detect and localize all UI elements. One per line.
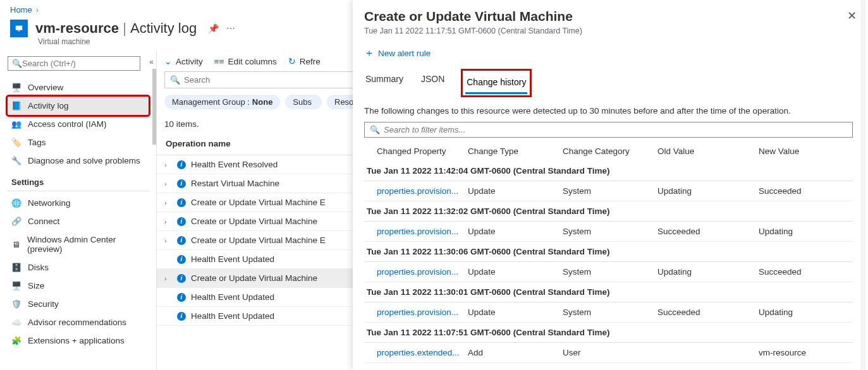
filter-pill[interactable]: Management Group : None [164,95,280,109]
people-icon: 👥 [11,119,21,129]
sidebar-item-extensions-applications[interactable]: 🧩Extensions + applications [8,331,149,350]
refresh-icon: ↻ [288,56,296,66]
panel-scrollbar[interactable] [860,0,865,370]
close-icon[interactable]: ✕ [847,9,857,23]
change-row[interactable]: properties.provision...UpdateSystemUpdat… [364,181,853,201]
sidebar-item-size[interactable]: 🖥️Size [8,277,149,295]
sidebar-item-label: Tags [28,138,46,147]
sidebar-item-diagnose-and-solve-problems[interactable]: 🔧Diagnose and solve problems [8,152,149,170]
sidebar-item-access-control-iam-[interactable]: 👥Access control (IAM) [8,115,149,133]
sidebar: 🔍 « 🖥️Overview📘Activity log👥Access contr… [0,51,157,370]
sidebar-item-overview[interactable]: 🖥️Overview [8,78,149,97]
sidebar-item-label: Activity log [28,101,69,110]
toolbar-edit-columns[interactable]: ≡≡ Edit columns [214,57,277,66]
sidebar-search-input[interactable] [22,59,136,68]
operation-label: Health Event Updated [191,254,274,264]
panel-search[interactable]: 🔍 [364,122,853,138]
vm-icon [10,20,28,37]
changed-property-link[interactable]: properties.extended... [377,348,460,357]
sidebar-item-label: Connect [28,217,59,226]
change-group-header: Tue Jan 11 2022 11:30:01 GMT-0600 (Centr… [364,282,853,302]
wac-icon: 🖥 [11,240,21,249]
sidebar-item-label: Diagnose and solve problems [28,156,140,165]
ext-icon: 🧩 [11,336,21,345]
more-icon[interactable]: ⋯ [226,23,235,33]
sidebar-item-tags[interactable]: 🏷️Tags [8,133,149,152]
sidebar-item-security[interactable]: 🛡️Security [8,295,149,313]
sidebar-item-label: Access control (IAM) [28,119,107,129]
scrollbar-thumb[interactable] [152,69,156,145]
change-row[interactable]: properties.provision...UpdateSystemSucce… [364,302,853,323]
change-table: Changed Property Change Type Change Cate… [364,141,853,363]
change-row[interactable]: properties.extended...AddUservm-resource [364,343,853,363]
info-icon: i [177,217,186,226]
connect-icon: 🔗 [11,217,21,226]
net-icon: 🌐 [11,198,21,208]
search-icon: 🔍 [170,75,180,85]
monitor-icon: 🖥️ [11,83,21,92]
change-row[interactable]: properties.provision...UpdateSystemSucce… [364,222,853,242]
change-category: System [560,307,655,317]
toolbar-refresh[interactable]: ↻ Refre [288,56,321,66]
toolbar-activity[interactable]: ⌄ Activity [164,56,203,66]
sidebar-item-activity-log[interactable]: 📘Activity log [8,97,149,115]
change-type: Add [465,348,560,357]
sidebar-item-label: Overview [28,83,63,92]
change-row[interactable]: properties.provision...UpdateSystemUpdat… [364,262,853,282]
wrench-icon: 🔧 [11,156,21,165]
operation-label: Health Event Updated [191,292,274,302]
panel-tabs: Summary JSON Change history [364,65,868,97]
new-alert-rule-link[interactable]: ＋ New alert rule [364,47,868,60]
info-icon: i [177,236,186,245]
sidebar-item-disks[interactable]: 🗄️Disks [8,258,149,277]
collapse-icon[interactable]: « [149,57,154,66]
sidebar-section-settings: Settings [8,170,149,191]
operation-label: Health Event Updated [191,311,274,321]
operation-label: Create or Update Virtual Machine E [191,236,326,245]
sidebar-item-advisor-recommendations[interactable]: ☁️Advisor recommendations [8,313,149,331]
panel-description: The following changes to this resource w… [364,97,868,122]
sidebar-item-label: Extensions + applications [28,336,125,345]
tab-json[interactable]: JSON [420,69,446,97]
old-value: Succeeded [655,307,756,317]
changed-property-link[interactable]: properties.provision... [377,186,458,196]
change-type: Update [465,307,560,317]
old-value: Succeeded [655,227,756,236]
col-change-category: Change Category [560,146,655,156]
old-value [655,348,756,357]
tab-change-history-highlight: Change history [461,69,532,97]
chevron-right-icon: › [164,199,172,206]
sidebar-item-connect[interactable]: 🔗Connect [8,212,149,230]
changed-property-link[interactable]: properties.provision... [377,227,458,236]
chevron-right-icon: › [164,161,172,169]
new-value: Updating [756,307,845,317]
panel-search-input[interactable] [384,125,847,134]
info-icon: i [177,160,186,169]
changed-property-link[interactable]: properties.provision... [377,307,458,317]
tab-summary[interactable]: Summary [364,69,405,97]
info-icon: i [177,274,186,283]
operation-label: Restart Virtual Machine [191,179,279,188]
operation-label: Create or Update Virtual Machine [191,273,317,283]
operation-label: Create or Update Virtual Machine [191,217,317,226]
sidebar-item-label: Disks [28,263,49,272]
sidebar-item-windows-admin-center-preview-[interactable]: 🖥Windows Admin Center (preview) [8,230,149,258]
pin-icon[interactable]: 📌 [208,23,219,33]
disks-icon: 🗄️ [11,263,21,272]
col-old-value: Old Value [655,146,756,156]
size-icon: 🖥️ [11,281,21,290]
new-value: Succeeded [756,267,845,277]
filter-pill[interactable]: Subs [285,95,322,109]
sidebar-item-networking[interactable]: 🌐Networking [8,194,149,212]
change-category: User [560,348,655,357]
sidebar-search[interactable]: 🔍 [8,56,140,71]
info-icon: i [177,293,186,302]
tab-change-history[interactable]: Change history [465,72,527,94]
col-changed-property: Changed Property [364,146,465,156]
change-group-header: Tue Jan 11 2022 11:32:02 GMT-0600 (Centr… [364,201,853,222]
sidebar-item-label: Size [28,281,44,290]
changed-property-link[interactable]: properties.provision... [377,267,458,277]
col-change-type: Change Type [465,146,560,156]
change-group-header: Tue Jan 11 2022 11:07:51 GMT-0600 (Centr… [364,323,853,343]
breadcrumb-home[interactable]: Home [10,5,32,15]
